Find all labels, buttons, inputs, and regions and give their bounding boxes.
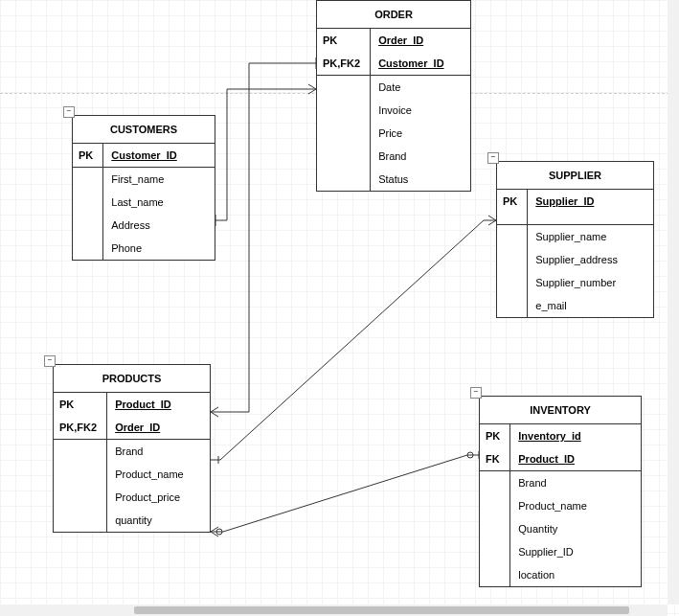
entity-attributes: PKInventory_id FKProduct_ID Brand Produc… bbox=[480, 424, 641, 586]
attr-col: Address bbox=[103, 214, 215, 237]
attr-col: Supplier_address bbox=[528, 248, 653, 271]
entity-order[interactable]: ORDER PKOrder_ID PK,FK2Customer_ID Date … bbox=[316, 0, 471, 192]
svg-point-0 bbox=[216, 529, 222, 535]
title-text: INVENTORY bbox=[530, 404, 591, 416]
attr-col: Supplier_ID bbox=[528, 190, 653, 213]
key-col bbox=[497, 271, 528, 294]
collapse-icon[interactable]: − bbox=[487, 152, 499, 164]
attr-col: Invoice bbox=[371, 99, 470, 122]
key-col bbox=[480, 540, 510, 563]
attr-col: Quantity bbox=[510, 517, 641, 540]
key-col bbox=[54, 463, 107, 486]
horizontal-scrollbar[interactable] bbox=[0, 605, 668, 616]
rel-order-products bbox=[211, 63, 316, 412]
key-col bbox=[54, 509, 107, 532]
key-col bbox=[497, 248, 528, 271]
key-col: PK,FK2 bbox=[317, 52, 371, 76]
key-col bbox=[497, 213, 528, 225]
svg-point-1 bbox=[467, 452, 473, 458]
key-col bbox=[317, 76, 371, 100]
entity-attributes: PKCustomer_ID First_name Last_name Addre… bbox=[73, 144, 215, 260]
key-col: PK bbox=[497, 190, 528, 213]
key-col bbox=[480, 517, 510, 540]
attr-col: Supplier_ID bbox=[510, 540, 641, 563]
key-col bbox=[54, 486, 107, 509]
attr-col: First_name bbox=[103, 168, 215, 192]
attr-col: Date bbox=[371, 76, 470, 100]
rel-supplier-products bbox=[211, 220, 496, 460]
entity-customers[interactable]: − CUSTOMERS PKCustomer_ID First_name Las… bbox=[72, 115, 215, 261]
attr-col: Customer_ID bbox=[371, 52, 470, 76]
key-col bbox=[317, 168, 371, 191]
attr-col: e_mail bbox=[528, 294, 653, 317]
rel-products-inventory bbox=[211, 455, 479, 532]
attr-col: Last_name bbox=[103, 191, 215, 214]
attr-col: Order_ID bbox=[371, 29, 470, 52]
key-col bbox=[73, 168, 103, 192]
attr-col: Brand bbox=[510, 471, 641, 495]
entity-title: − SUPPLIER bbox=[497, 162, 653, 190]
entity-title: − INVENTORY bbox=[480, 397, 641, 424]
key-col bbox=[480, 494, 510, 517]
title-text: ORDER bbox=[374, 9, 413, 20]
collapse-icon[interactable]: − bbox=[63, 106, 75, 118]
entity-supplier[interactable]: − SUPPLIER PKSupplier_ID Supplier_name S… bbox=[496, 161, 654, 318]
attr-col: Order_ID bbox=[107, 416, 210, 440]
attr-col: Supplier_number bbox=[528, 271, 653, 294]
key-col: FK bbox=[480, 447, 510, 471]
key-col bbox=[54, 440, 107, 464]
entity-title: ORDER bbox=[317, 1, 470, 29]
entity-inventory[interactable]: − INVENTORY PKInventory_id FKProduct_ID … bbox=[479, 396, 642, 587]
key-col bbox=[497, 225, 528, 249]
key-col bbox=[73, 214, 103, 237]
entity-title: − CUSTOMERS bbox=[73, 116, 215, 144]
key-col bbox=[497, 294, 528, 317]
entity-attributes: PKOrder_ID PK,FK2Customer_ID Date Invoic… bbox=[317, 29, 470, 191]
attr-col: Customer_ID bbox=[103, 144, 215, 168]
attr-col: Supplier_name bbox=[528, 225, 653, 249]
scrollbar-thumb[interactable] bbox=[134, 606, 629, 614]
title-text: PRODUCTS bbox=[102, 373, 162, 384]
attr-col: Price bbox=[371, 122, 470, 145]
attr-col: quantity bbox=[107, 509, 210, 532]
key-col bbox=[317, 145, 371, 168]
key-col bbox=[480, 563, 510, 586]
key-col: PK bbox=[480, 424, 510, 447]
attr-col: Status bbox=[371, 168, 470, 191]
key-col bbox=[317, 122, 371, 145]
entity-products[interactable]: − PRODUCTS PKProduct_ID PK,FK2Order_ID B… bbox=[53, 364, 211, 533]
title-text: CUSTOMERS bbox=[110, 124, 177, 135]
entity-title: − PRODUCTS bbox=[54, 365, 210, 393]
attr-col: Phone bbox=[103, 237, 215, 260]
attr-col: Product_ID bbox=[510, 447, 641, 471]
attr-col: Brand bbox=[371, 145, 470, 168]
key-col bbox=[73, 191, 103, 214]
key-col bbox=[480, 471, 510, 495]
entity-attributes: PKSupplier_ID Supplier_name Supplier_add… bbox=[497, 190, 653, 317]
key-col: PK bbox=[73, 144, 103, 168]
title-text: SUPPLIER bbox=[549, 170, 601, 181]
attr-col: Brand bbox=[107, 440, 210, 464]
key-col: PK bbox=[54, 393, 107, 416]
collapse-icon[interactable]: − bbox=[44, 355, 56, 367]
attr-col: location bbox=[510, 563, 641, 586]
rel-customers-order bbox=[215, 89, 316, 220]
attr-col: Inventory_id bbox=[510, 424, 641, 447]
collapse-icon[interactable]: − bbox=[470, 387, 482, 399]
attr-col: Product_name bbox=[510, 494, 641, 517]
key-col: PK bbox=[317, 29, 371, 52]
key-col bbox=[317, 99, 371, 122]
attr-col: Product_ID bbox=[107, 393, 210, 416]
attr-col bbox=[528, 213, 653, 225]
key-col: PK,FK2 bbox=[54, 416, 107, 440]
key-col bbox=[73, 237, 103, 260]
attr-col: Product_price bbox=[107, 486, 210, 509]
entity-attributes: PKProduct_ID PK,FK2Order_ID Brand Produc… bbox=[54, 393, 210, 532]
attr-col: Product_name bbox=[107, 463, 210, 486]
vertical-scrollbar[interactable] bbox=[668, 0, 679, 605]
